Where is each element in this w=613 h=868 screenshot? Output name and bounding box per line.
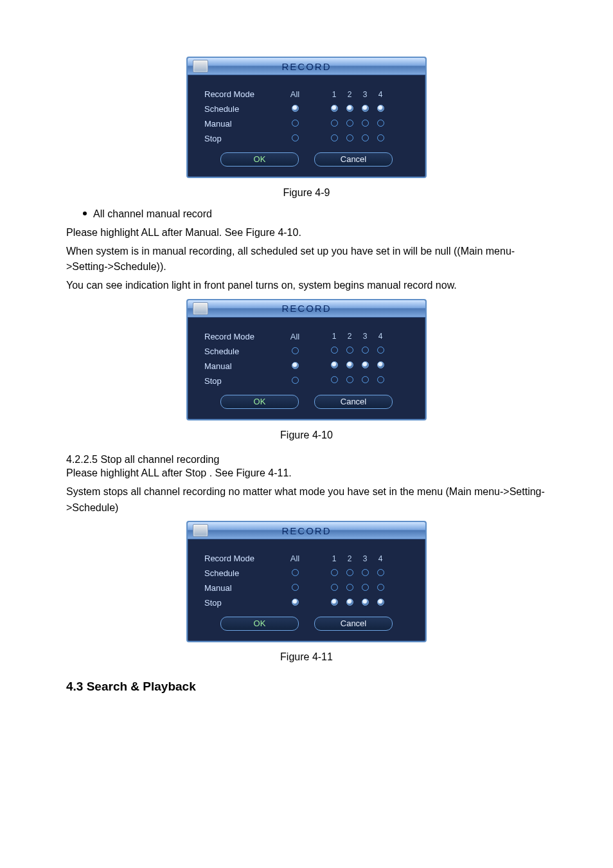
radio-schedule-all[interactable] bbox=[292, 569, 299, 576]
radio-stop-ch1[interactable] bbox=[331, 599, 338, 606]
dialog-body: Record Mode All 1 2 3 4 Schedule bbox=[188, 539, 425, 641]
header-mode-label: Record Mode bbox=[204, 329, 281, 344]
radio-stop-ch4[interactable] bbox=[377, 376, 384, 383]
record-panel-fig10: RECORD Record Mode All 1 2 3 4 Schedule bbox=[186, 299, 427, 420]
dialog-title: RECORD bbox=[188, 303, 425, 314]
radio-stop-ch2[interactable] bbox=[346, 599, 353, 606]
radio-manual-ch1[interactable] bbox=[331, 120, 338, 127]
cancel-button[interactable]: Cancel bbox=[314, 395, 393, 409]
radio-stop-ch1[interactable] bbox=[331, 376, 338, 383]
radio-manual-ch2[interactable] bbox=[346, 120, 353, 127]
radio-schedule-ch3[interactable] bbox=[362, 347, 369, 354]
radio-stop-ch3[interactable] bbox=[362, 599, 369, 606]
ok-button[interactable]: OK bbox=[220, 395, 299, 409]
radio-manual-ch3[interactable] bbox=[362, 584, 369, 591]
radio-schedule-all[interactable] bbox=[292, 105, 299, 112]
radio-stop-all[interactable] bbox=[292, 134, 299, 141]
row-stop-label: Stop bbox=[204, 131, 281, 146]
paragraph: Please highlight ALL after Stop . See Fi… bbox=[66, 466, 547, 482]
radio-manual-all[interactable] bbox=[292, 362, 299, 369]
radio-stop-ch4[interactable] bbox=[377, 134, 384, 141]
record-panel-fig11: RECORD Record Mode All 1 2 3 4 Schedule bbox=[186, 521, 427, 642]
header-mode-label: Record Mode bbox=[204, 87, 281, 102]
record-mode-table: Record Mode All 1 2 3 4 Schedule bbox=[204, 329, 388, 388]
dialog-body: Record Mode All 1 2 3 4 Schedule bbox=[188, 318, 425, 419]
radio-stop-ch3[interactable] bbox=[362, 134, 369, 141]
radio-stop-ch4[interactable] bbox=[377, 599, 384, 606]
paragraph: System stops all channel recording no ma… bbox=[66, 484, 547, 516]
radio-schedule-ch3[interactable] bbox=[362, 569, 369, 576]
bullet-dot-icon bbox=[83, 212, 87, 215]
radio-stop-ch1[interactable] bbox=[331, 134, 338, 141]
header-row: Record Mode All 1 2 3 4 bbox=[204, 551, 388, 566]
radio-manual-ch4[interactable] bbox=[377, 361, 384, 368]
radio-schedule-ch4[interactable] bbox=[377, 347, 384, 354]
row-schedule: Schedule bbox=[204, 102, 388, 116]
bullet-item: All channel manual record bbox=[66, 206, 547, 222]
header-ch-1: 1 bbox=[326, 551, 342, 566]
document-page: RECORD Record Mode All 1 2 3 4 Schedule bbox=[0, 0, 613, 868]
radio-stop-ch2[interactable] bbox=[346, 134, 353, 141]
radio-manual-all[interactable] bbox=[292, 584, 299, 591]
header-ch-2: 2 bbox=[342, 87, 357, 102]
radio-stop-all[interactable] bbox=[292, 377, 299, 384]
radio-stop-ch3[interactable] bbox=[362, 376, 369, 383]
ok-button[interactable]: OK bbox=[220, 617, 299, 631]
header-mode-label: Record Mode bbox=[204, 551, 281, 566]
header-ch-3: 3 bbox=[357, 87, 373, 102]
radio-manual-all[interactable] bbox=[292, 120, 299, 127]
dialog-title: RECORD bbox=[188, 525, 425, 536]
header-all: All bbox=[281, 87, 308, 102]
radio-manual-ch2[interactable] bbox=[346, 584, 353, 591]
dialog-button-row: OK Cancel bbox=[204, 152, 409, 167]
cancel-button[interactable]: Cancel bbox=[314, 152, 393, 167]
ok-button[interactable]: OK bbox=[220, 152, 299, 167]
radio-schedule-ch2[interactable] bbox=[346, 569, 353, 576]
radio-manual-ch1[interactable] bbox=[331, 361, 338, 368]
figure-caption-4-9: Figure 4-9 bbox=[0, 187, 613, 199]
radio-schedule-ch2[interactable] bbox=[346, 347, 353, 354]
header-ch-3: 3 bbox=[357, 329, 373, 344]
row-manual: Manual bbox=[204, 581, 388, 595]
radio-manual-ch4[interactable] bbox=[377, 120, 384, 127]
radio-stop-all[interactable] bbox=[292, 599, 299, 606]
radio-schedule-ch3[interactable] bbox=[362, 105, 369, 112]
radio-manual-ch4[interactable] bbox=[377, 584, 384, 591]
section-heading: 4.2.2.5 Stop all channel recording bbox=[66, 454, 547, 466]
radio-schedule-ch4[interactable] bbox=[377, 569, 384, 576]
figure-caption-4-10: Figure 4-10 bbox=[0, 429, 613, 441]
row-manual-label: Manual bbox=[204, 581, 281, 595]
radio-manual-ch2[interactable] bbox=[346, 361, 353, 368]
radio-schedule-ch4[interactable] bbox=[377, 105, 384, 112]
row-schedule-label: Schedule bbox=[204, 344, 281, 359]
row-stop: Stop bbox=[204, 374, 388, 388]
radio-schedule-ch2[interactable] bbox=[346, 105, 353, 112]
header-ch-2: 2 bbox=[342, 329, 357, 344]
radio-stop-ch2[interactable] bbox=[346, 376, 353, 383]
cancel-button[interactable]: Cancel bbox=[314, 617, 393, 631]
record-mode-table: Record Mode All 1 2 3 4 Schedule bbox=[204, 87, 388, 146]
radio-manual-ch3[interactable] bbox=[362, 120, 369, 127]
header-row: Record Mode All 1 2 3 4 bbox=[204, 329, 388, 344]
dialog-titlebar: RECORD bbox=[188, 522, 425, 539]
row-schedule: Schedule bbox=[204, 344, 388, 359]
paragraph: Please highlight ALL after Manual. See F… bbox=[66, 225, 547, 241]
dialog-titlebar: RECORD bbox=[188, 300, 425, 318]
radio-manual-ch3[interactable] bbox=[362, 361, 369, 368]
row-manual: Manual bbox=[204, 116, 388, 131]
radio-schedule-ch1[interactable] bbox=[331, 105, 338, 112]
row-manual-label: Manual bbox=[204, 359, 281, 374]
row-schedule-label: Schedule bbox=[204, 102, 281, 116]
paragraph-block-2: Please highlight ALL after Stop . See Fi… bbox=[66, 466, 547, 516]
radio-schedule-ch1[interactable] bbox=[331, 347, 338, 354]
header-ch-4: 4 bbox=[373, 551, 388, 566]
row-schedule: Schedule bbox=[204, 566, 388, 581]
header-ch-3: 3 bbox=[357, 551, 373, 566]
header-ch-2: 2 bbox=[342, 551, 357, 566]
header-row: Record Mode All 1 2 3 4 bbox=[204, 87, 388, 102]
header-ch-4: 4 bbox=[373, 87, 388, 102]
radio-schedule-ch1[interactable] bbox=[331, 569, 338, 576]
radio-schedule-all[interactable] bbox=[292, 347, 299, 354]
radio-manual-ch1[interactable] bbox=[331, 584, 338, 591]
chapter-heading: 4.3 Search & Playback bbox=[66, 680, 547, 694]
